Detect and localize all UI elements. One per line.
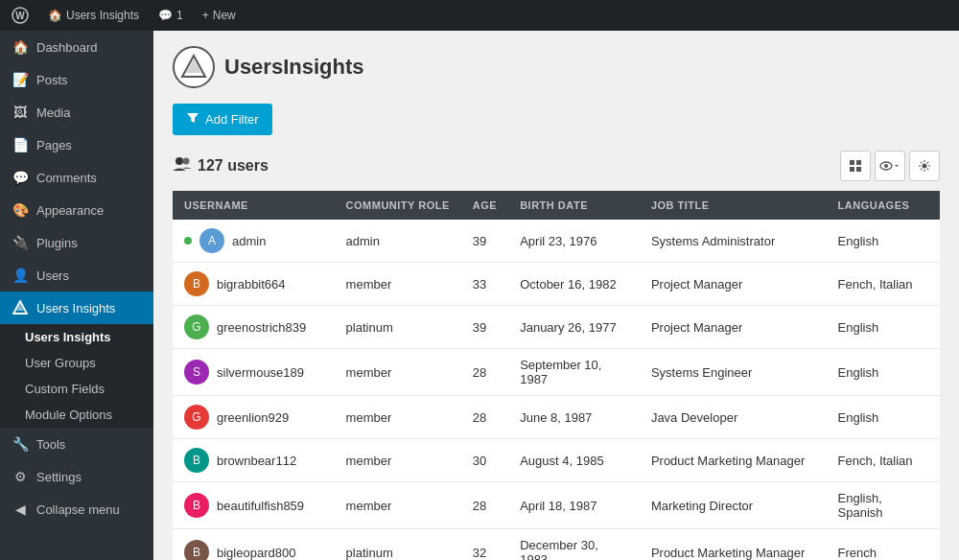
birth-date: June 8, 1987 — [508, 396, 640, 439]
table-row[interactable]: Bbigleopard800platinum32December 30, 198… — [173, 529, 940, 561]
community-role: platinum — [335, 306, 461, 349]
tools-icon: 🔧 — [12, 435, 29, 453]
languages: English — [827, 349, 940, 396]
sidebar-item-pages[interactable]: 📄 Pages — [0, 128, 153, 161]
users-count: 127 users — [173, 156, 269, 175]
job-title: Systems Administrator — [640, 220, 827, 263]
username: bigleopard800 — [217, 546, 295, 560]
sidebar-item-collapse[interactable]: ◀ Collapse menu — [0, 493, 153, 525]
sidebar: 🏠 Dashboard 📝 Posts 🖼 Media 📄 Pages 💬 Co… — [0, 31, 153, 560]
community-role: member — [335, 349, 461, 396]
users-table: USERNAME COMMUNITY ROLE AGE BIRTH DATE J… — [173, 191, 940, 560]
sidebar-item-posts[interactable]: 📝 Posts — [0, 63, 153, 96]
sidebar-item-users[interactable]: 👤 Users — [0, 259, 153, 292]
sidebar-item-tools[interactable]: 🔧 Tools — [0, 428, 153, 460]
admin-bar-new[interactable]: + New — [199, 9, 240, 22]
avatar: A — [199, 228, 224, 253]
col-birth-date: BIRTH DATE — [508, 191, 640, 220]
sidebar-subitem-module-options[interactable]: Module Options — [0, 402, 153, 428]
logo-text-users: Users — [224, 55, 283, 79]
table-row[interactable]: Aadminadmin39April 23, 1976Systems Admin… — [173, 220, 940, 263]
online-indicator — [184, 237, 192, 245]
admin-bar-comments-count: 1 — [176, 9, 183, 22]
avatar: S — [184, 360, 209, 385]
languages: English, Spanish — [827, 482, 940, 529]
settings-icon: ⚙ — [12, 468, 29, 485]
sidebar-submenu: Users Insights User Groups Custom Fields… — [0, 324, 153, 428]
logo-area: UsersInsights — [173, 46, 940, 88]
subitem-label: Custom Fields — [25, 382, 105, 396]
birth-date: January 26, 1977 — [508, 306, 640, 349]
username: admin — [232, 234, 266, 248]
birth-date: October 16, 1982 — [508, 263, 640, 306]
svg-rect-10 — [850, 167, 854, 172]
job-title: Java Developer — [640, 396, 827, 439]
job-title: Product Marketing Manager — [640, 439, 827, 482]
eye-button[interactable] — [875, 151, 905, 181]
sidebar-item-appearance[interactable]: 🎨 Appearance — [0, 194, 153, 226]
svg-point-13 — [884, 164, 888, 168]
sidebar-item-dashboard[interactable]: 🏠 Dashboard — [0, 31, 153, 63]
sidebar-item-settings[interactable]: ⚙ Settings — [0, 460, 153, 493]
community-role: member — [335, 482, 461, 529]
table-row[interactable]: Ssilvermouse189member28September 10, 198… — [173, 349, 940, 396]
admin-bar-site-label: Users Insights — [66, 9, 139, 22]
admin-bar-site[interactable]: 🏠 Users Insights — [44, 9, 143, 22]
username: bigrabbit664 — [217, 277, 286, 292]
sidebar-item-label: Media — [36, 105, 70, 120]
main-content: UsersInsights Add Filter — [153, 31, 959, 560]
filter-icon — [186, 111, 199, 128]
plugins-icon: 🔌 — [12, 234, 29, 251]
sidebar-item-label: Appearance — [36, 203, 104, 218]
job-title: Marketing Director — [640, 482, 827, 529]
add-filter-button[interactable]: Add Filter — [173, 104, 272, 135]
col-age: AGE — [461, 191, 508, 220]
languages: Fench, Italian — [827, 439, 940, 482]
sidebar-item-comments[interactable]: 💬 Comments — [0, 161, 153, 194]
admin-bar: W 🏠 Users Insights 💬 1 + New — [0, 0, 959, 31]
user-cell: Bbigleopard800 — [173, 529, 335, 561]
age: 28 — [461, 349, 508, 396]
logo-icon — [173, 46, 215, 88]
job-title: Systems Engineer — [640, 349, 827, 396]
collapse-icon: ◀ — [12, 501, 29, 518]
username: greenlion929 — [217, 410, 289, 425]
sidebar-item-plugins[interactable]: 🔌 Plugins — [0, 226, 153, 259]
avatar: B — [184, 448, 209, 473]
sidebar-subitem-user-groups[interactable]: User Groups — [0, 350, 153, 376]
table-row[interactable]: Ggreenostrich839platinum39January 26, 19… — [173, 306, 940, 349]
users-insights-icon — [12, 299, 29, 316]
birth-date: August 4, 1985 — [508, 439, 640, 482]
sidebar-subitem-users-insights[interactable]: Users Insights — [0, 324, 153, 350]
plus-icon: + — [202, 9, 209, 22]
avatar: B — [184, 540, 209, 560]
sidebar-item-media[interactable]: 🖼 Media — [0, 96, 153, 128]
svg-rect-8 — [850, 160, 854, 165]
table-view-button[interactable] — [840, 151, 871, 181]
table-row[interactable]: Ggreenlion929member28June 8, 1987Java De… — [173, 396, 940, 439]
admin-bar-comments[interactable]: 💬 1 — [154, 9, 187, 22]
avatar: B — [184, 493, 209, 518]
settings-table-button[interactable] — [909, 151, 940, 181]
username: silvermouse189 — [217, 365, 304, 380]
svg-rect-11 — [856, 167, 861, 172]
admin-bar-wp-logo[interactable]: W — [8, 7, 33, 24]
table-row[interactable]: Bbrownbear112member30August 4, 1985Produ… — [173, 439, 940, 482]
sidebar-item-users-insights[interactable]: Users Insights — [0, 292, 153, 324]
table-row[interactable]: Bbigrabbit664member33October 16, 1982Pro… — [173, 263, 940, 306]
dashboard-icon: 🏠 — [12, 38, 29, 56]
sidebar-item-label: Users Insights — [36, 301, 115, 315]
sidebar-item-label: Dashboard — [36, 40, 98, 55]
posts-icon: 📝 — [12, 71, 29, 88]
logo-text-insights: Insights — [283, 55, 363, 79]
users-count-icon — [173, 156, 192, 175]
avatar: G — [184, 405, 209, 430]
svg-rect-9 — [856, 160, 861, 165]
user-cell: Ggreenostrich839 — [173, 306, 335, 349]
col-languages: LANGUAGES — [827, 191, 940, 220]
table-row[interactable]: Bbeautifulfish859member28April 18, 1987M… — [173, 482, 940, 529]
table-controls — [840, 151, 940, 181]
languages: English — [827, 220, 940, 263]
sidebar-subitem-custom-fields[interactable]: Custom Fields — [0, 376, 153, 402]
age: 39 — [461, 220, 508, 263]
